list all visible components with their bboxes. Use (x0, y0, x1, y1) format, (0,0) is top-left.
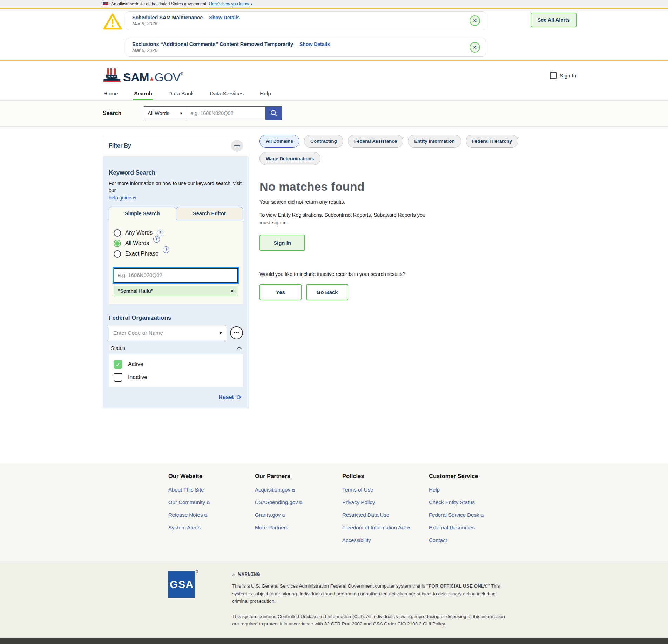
footer-link-foia[interactable]: Freedom of Information Act ⧉ (342, 524, 429, 530)
nav-item-data-services[interactable]: Data Services (209, 88, 244, 100)
external-link-icon: ⧉ (204, 513, 208, 518)
footer-link-usaspending-gov[interactable]: USASpending.gov ⧉ (255, 499, 342, 505)
info-icon[interactable]: i (163, 246, 169, 253)
alert-close-button[interactable]: ✕ (470, 15, 480, 26)
keyword-search-heading: Keyword Search (109, 169, 243, 176)
footer-link-check-entity-status[interactable]: Check Entity Status (429, 499, 577, 505)
sam-gov-logo[interactable]: ★ ★ ★ SAM★GOV® (103, 68, 183, 83)
alert-date: Mar 9, 2026 (132, 21, 470, 26)
info-icon[interactable]: i (157, 230, 163, 236)
reset-refresh-icon[interactable]: ⟳ (237, 394, 242, 401)
status-section-label: Status (111, 345, 125, 351)
collapse-filters-button[interactable]: — (231, 140, 243, 152)
yes-button[interactable]: Yes (259, 284, 302, 300)
caret-down-icon: ▼ (218, 331, 223, 335)
header-sign-in-link[interactable]: ← Sign In (550, 72, 577, 79)
logo-sam-text: SAM (123, 70, 149, 84)
keyword-search-input[interactable] (114, 268, 238, 283)
external-link-icon: ⧉ (282, 513, 285, 518)
footer-link-external-resources[interactable]: External Resources (429, 524, 577, 530)
nav-item-search[interactable]: Search (133, 88, 153, 100)
results-sign-in-button[interactable]: Sign In (259, 235, 305, 251)
page-footer: Our Website About This Site Our Communit… (0, 464, 668, 562)
filter-panel: Filter By — Keyword Search For more info… (103, 135, 249, 408)
warning-paragraph-1: This is a U.S. General Services Administ… (232, 582, 513, 605)
alert-card: Scheduled SAM Maintenance Show Details M… (126, 11, 486, 30)
alerts-section: Scheduled SAM Maintenance Show Details M… (0, 9, 668, 61)
filter-by-title: Filter By (109, 143, 131, 149)
gsa-warning-strip: GSA ® ⚠ WARNING This is a U.S. General S… (0, 562, 668, 638)
checkbox-unchecked[interactable] (114, 373, 122, 382)
reset-filters-link[interactable]: Reset (218, 394, 234, 400)
footer-link-about-this-site[interactable]: About This Site (168, 487, 255, 493)
search-submit-button[interactable] (266, 106, 282, 120)
federal-organizations-heading: Federal Organizations (109, 314, 243, 321)
pill-contracting[interactable]: Contracting (304, 135, 343, 148)
footer-column-heading: Our Partners (255, 473, 342, 480)
pill-wage-determinations[interactable]: Wage Determinations (259, 152, 320, 165)
tab-search-editor[interactable]: Search Editor (176, 207, 243, 220)
footer-link-contact[interactable]: Contact (429, 537, 577, 543)
footer-link-more-partners[interactable]: More Partners (255, 524, 342, 530)
chip-remove-icon[interactable]: ✕ (230, 288, 234, 294)
search-scope-select[interactable]: All Words ▼ (144, 106, 187, 120)
caret-down-icon: ▼ (179, 111, 183, 115)
federal-organizations-input[interactable] (113, 330, 218, 336)
gov-banner: An official website of the United States… (0, 0, 668, 9)
radio-all-words[interactable]: All Words i (114, 240, 238, 247)
footer-link-acquisition-gov[interactable]: Acquisition.gov ⧉ (255, 487, 342, 493)
alert-row: Scheduled SAM Maintenance Show Details M… (103, 11, 577, 33)
external-link-icon: ⧉ (407, 526, 410, 530)
pill-federal-hierarchy[interactable]: Federal Hierarchy (466, 135, 518, 148)
alert-show-details-link[interactable]: Show Details (299, 41, 330, 47)
radio-any-words[interactable]: Any Words i (114, 229, 238, 237)
footer-column-heading: Customer Service (429, 473, 577, 480)
go-back-button[interactable]: Go Back (306, 284, 348, 300)
footer-link-help[interactable]: Help (429, 487, 577, 493)
info-icon[interactable]: i (153, 236, 160, 243)
tab-simple-search[interactable]: Simple Search (109, 207, 176, 220)
footer-column-policies: Policies Terms of Use Privacy Policy Res… (342, 473, 429, 550)
footer-link-terms-of-use[interactable]: Terms of Use (342, 487, 429, 493)
nav-item-help[interactable]: Help (259, 88, 272, 100)
pill-all-domains[interactable]: All Domains (259, 135, 299, 148)
status-option-inactive[interactable]: Inactive (114, 373, 238, 382)
footer-link-restricted-data-use[interactable]: Restricted Data Use (342, 512, 429, 518)
help-guide-link[interactable]: help guide (109, 195, 131, 201)
keyword-tabs: Simple Search Search Editor (109, 207, 243, 220)
footer-link-grants-gov[interactable]: Grants.gov ⧉ (255, 512, 342, 518)
warning-icon: ⚠ (232, 571, 236, 578)
footer-link-our-community[interactable]: Our Community ⧉ (168, 499, 255, 505)
footer-link-system-alerts[interactable]: System Alerts (168, 524, 255, 530)
site-header: ★ ★ ★ SAM★GOV® ← Sign In (103, 61, 577, 88)
bottom-identity-bar: SAM.gov An official website of the U.S. … (0, 638, 668, 644)
no-matches-heading: No matches found (259, 180, 577, 194)
federal-organizations-combo[interactable]: ▼ (109, 326, 227, 340)
checkbox-checked[interactable]: ✓ (114, 360, 122, 369)
pill-federal-assistance[interactable]: Federal Assistance (348, 135, 404, 148)
radio-exact-phrase[interactable]: Exact Phrase i (114, 250, 238, 258)
pill-entity-information[interactable]: Entity Information (408, 135, 461, 148)
alert-date: Mar 6, 2026 (132, 48, 470, 53)
footer-link-federal-service-desk[interactable]: Federal Service Desk ⧉ (429, 512, 577, 518)
footer-link-privacy-policy[interactable]: Privacy Policy (342, 499, 429, 505)
nav-item-home[interactable]: Home (103, 88, 119, 100)
warning-paragraph-2: This system contains Controlled Unclassi… (232, 613, 513, 628)
gsa-registered-mark: ® (196, 570, 198, 574)
alert-close-button[interactable]: ✕ (470, 42, 480, 53)
status-options-box: ✓ Active Inactive (109, 354, 243, 387)
alert-show-details-link[interactable]: Show Details (209, 15, 239, 20)
logo-gov-text: GOV (155, 70, 181, 84)
global-search-input[interactable] (187, 106, 266, 120)
warning-block: ⚠ WARNING This is a U.S. General Service… (232, 571, 513, 628)
alert-card: Exclusions “Additional Comments” Content… (126, 38, 486, 57)
external-link-icon: ⧉ (299, 500, 303, 505)
org-more-options-button[interactable]: ••• (230, 326, 243, 339)
status-option-active[interactable]: ✓ Active (114, 360, 238, 369)
heres-how-you-know-link[interactable]: Here’s how you know▼ (209, 1, 253, 6)
nav-item-data-bank[interactable]: Data Bank (168, 88, 194, 100)
chevron-up-icon[interactable] (237, 346, 242, 351)
footer-link-release-notes[interactable]: Release Notes ⧉ (168, 512, 255, 518)
footer-link-accessibility[interactable]: Accessibility (342, 537, 429, 543)
see-all-alerts-button[interactable]: See All Alerts (531, 13, 577, 27)
